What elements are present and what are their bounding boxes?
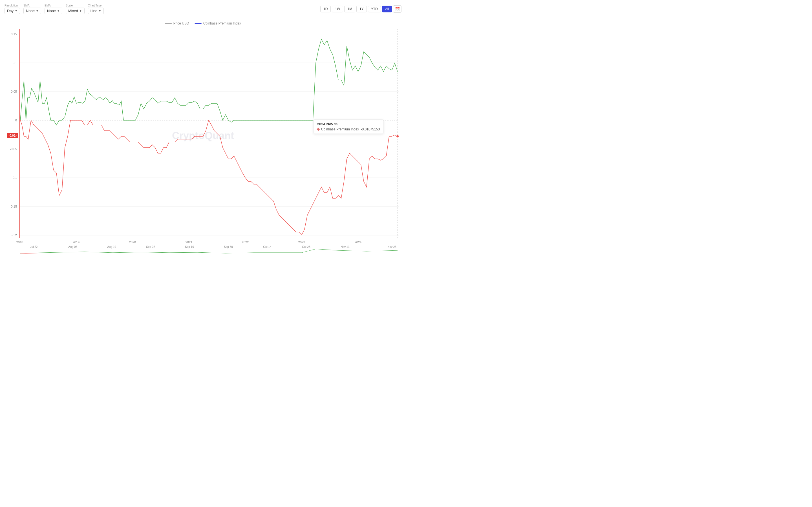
tooltip-diamond-icon [317,128,320,131]
svg-text:2019: 2019 [73,240,80,244]
svg-text:Jul 22: Jul 22 [30,245,38,248]
svg-text:-0.2: -0.2 [11,233,17,237]
svg-text:-0.15: -0.15 [10,205,17,208]
mini-chart-red [20,253,398,253]
svg-text:0.15: 0.15 [11,33,17,36]
ema-control: EMA None ▼ [45,4,62,14]
scale-value: Mixed [68,9,78,13]
svg-text:2020: 2020 [129,240,136,244]
svg-text:2024: 2024 [355,240,361,244]
green-premium-line [20,39,398,125]
svg-text:2021: 2021 [186,240,192,244]
svg-text:Sep 02: Sep 02 [146,245,155,248]
chart-type-value: Line [91,9,98,13]
tooltip-date: 2024 Nov 25 [317,122,380,126]
ema-arrow-icon: ▼ [57,9,60,12]
resolution-control: Resolution Day ▼ [4,4,20,14]
svg-text:0.05: 0.05 [11,90,17,93]
ema-select[interactable]: None ▼ [45,8,62,14]
svg-text:Nov 11: Nov 11 [341,245,350,248]
tooltip-value: -0.01075153 [361,127,380,131]
time-btn-all[interactable]: All [382,6,392,12]
svg-text:Oct 28: Oct 28 [302,245,310,248]
resolution-select[interactable]: Day ▼ [4,8,20,14]
sma-value: None [26,9,35,13]
chart-type-control: Chart Type Line ▼ [88,4,104,14]
scale-control: Scale Mixed ▼ [66,4,85,14]
sma-control: SMA None ▼ [23,4,41,14]
chart-type-arrow-icon: ▼ [98,9,101,12]
resolution-value: Day [7,9,13,13]
ema-value: None [47,9,56,13]
svg-text:-0.1: -0.1 [11,176,17,179]
time-btn-1y[interactable]: 1Y [356,6,367,12]
crosshair-dot [396,135,399,138]
time-btn-1w[interactable]: 1W [332,6,343,12]
scale-label: Scale [66,4,73,7]
toolbar: Resolution Day ▼ SMA None ▼ EMA None ▼ S… [0,0,406,18]
chart-type-select[interactable]: Line ▼ [88,8,104,14]
resolution-label: Resolution [4,4,18,7]
toolbar-right: 1D 1W 1M 1Y YTD All 📅 [320,5,402,13]
svg-text:Sep 16: Sep 16 [185,245,194,248]
scale-arrow-icon: ▼ [79,9,82,12]
sma-select[interactable]: None ▼ [23,8,41,14]
toolbar-left: Resolution Day ▼ SMA None ▼ EMA None ▼ S… [4,4,104,14]
calendar-button[interactable]: 📅 [393,5,402,13]
time-btn-ytd[interactable]: YTD [368,6,381,12]
svg-text:Sep 30: Sep 30 [224,245,233,248]
svg-text:0: 0 [15,119,17,122]
chart-container: Price USD Coinbase Premium Index CryptoQ… [0,18,406,253]
svg-text:Aug 05: Aug 05 [68,245,77,248]
svg-text:-0.05: -0.05 [10,147,17,151]
chart-type-label: Chart Type [88,4,102,7]
time-btn-1m[interactable]: 1M [344,6,355,12]
ema-label: EMA [45,4,51,7]
svg-text:2018: 2018 [16,240,23,244]
scale-select[interactable]: Mixed ▼ [66,8,85,14]
sma-arrow-icon: ▼ [36,9,39,12]
time-btn-1d[interactable]: 1D [320,6,331,12]
tooltip: 2024 Nov 25 Coinbase Premium Index -0.01… [313,119,384,134]
current-value-badge: -0.01* [7,133,18,138]
tooltip-row: Coinbase Premium Index -0.01075153 [317,127,380,131]
svg-text:Oct 14: Oct 14 [263,245,271,248]
tooltip-label: Coinbase Premium Index [321,127,359,131]
svg-text:0.1: 0.1 [13,61,17,64]
main-chart-svg: 0.15 0.1 0.05 0 -0.05 -0.1 -0.15 -0.2 20… [0,18,406,253]
sma-label: SMA [23,4,30,7]
svg-text:2022: 2022 [242,240,249,244]
resolution-arrow-icon: ▼ [15,9,17,12]
svg-text:Aug 19: Aug 19 [107,245,116,248]
svg-text:Nov 25: Nov 25 [388,245,396,248]
mini-chart-green [20,249,398,253]
svg-text:2023: 2023 [298,240,305,244]
